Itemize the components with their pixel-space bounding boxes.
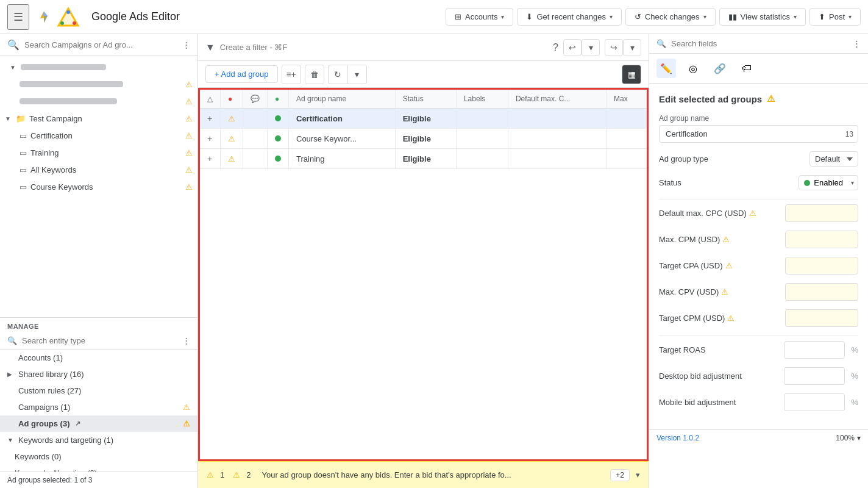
adgroup-type-select[interactable]: Default <box>809 151 858 167</box>
row-plus-2: + <box>200 129 221 149</box>
th-labels[interactable]: Labels <box>456 90 508 109</box>
manage-item-campaigns[interactable]: Campaigns (1) ⚠ <box>0 399 197 415</box>
notif-num-2: 2 <box>246 470 251 479</box>
account-row-1[interactable]: ▼ <box>0 59 197 76</box>
account-warn-2: ⚠ <box>185 97 193 106</box>
redo-chevron[interactable]: ▾ <box>623 39 641 56</box>
hamburger-menu[interactable]: ☰ <box>7 4 29 30</box>
accounts-button[interactable]: ⊞ Accounts ▾ <box>446 8 513 26</box>
main-layout: 🔍 ⋮ ▼ ⚠ ⚠ <box>0 34 868 488</box>
top-nav: ☰ Google Ads Editor ⊞ Accounts ▾ ⬇ Get r… <box>0 0 868 34</box>
th-status[interactable]: Status <box>395 90 456 109</box>
manage-item-keywords-neg[interactable]: Keywords, Negative (0) <box>0 465 197 472</box>
maxcpv-warn-icon: ⚠ <box>721 287 728 296</box>
tab-label[interactable]: 🏷 <box>737 59 756 78</box>
account-sub-2[interactable]: ⚠ <box>0 93 197 110</box>
check-changes-label: Check changes <box>645 12 700 21</box>
tab-edit[interactable]: ✏️ <box>656 59 676 78</box>
table-row[interactable]: + ⚠ Certification Eligible <box>200 109 647 129</box>
add-ad-group-button[interactable]: + Add ad group <box>205 65 278 83</box>
adgroup-training[interactable]: ▭ Training ⚠ <box>0 144 197 161</box>
table-header: △ ● 💬 ● Ad group name <box>200 90 647 109</box>
view-statistics-button[interactable]: ▮▮ View statistics ▾ <box>719 8 806 26</box>
table-row[interactable]: + ⚠ Course Keywor... Eligible <box>200 129 647 149</box>
sidebar-more-icon[interactable]: ⋮ <box>182 40 190 49</box>
manage-item-shared[interactable]: ▶ Shared library (16) <box>0 366 197 382</box>
test-campaign-row[interactable]: ▼ 📁 Test Campaign ⚠ <box>0 110 197 127</box>
columns-view-button[interactable]: ▦ <box>622 65 641 84</box>
zoom-selector[interactable]: 100% ▾ <box>836 434 861 442</box>
delete-button[interactable]: 🗑 <box>305 65 324 84</box>
account-sub-1[interactable]: ⚠ <box>0 76 197 93</box>
adgroups-ext-link: ↗ <box>75 420 80 428</box>
filter-help-icon[interactable]: ? <box>553 42 558 53</box>
adgroup-training-icon: ▭ <box>20 148 27 157</box>
row-comment-1 <box>243 109 268 129</box>
table-row[interactable]: + ⚠ Training Eligible <box>200 149 647 169</box>
get-recent-changes-button[interactable]: ⬇ Get recent changes ▾ <box>517 8 621 26</box>
keywords-expand-arrow: ▼ <box>7 437 15 443</box>
manage-item-adgroups[interactable]: Ad groups (3) ↗ ⚠ <box>0 415 197 432</box>
svg-point-3 <box>60 21 64 25</box>
undo-chevron[interactable]: ▾ <box>582 39 600 56</box>
th-sort[interactable]: △ <box>200 90 221 109</box>
bottom-status-bar: Ad groups selected: 1 of 3 <box>0 472 197 488</box>
th-error[interactable]: ● <box>221 90 243 109</box>
max-header-label: Max <box>614 95 628 103</box>
adgroup-allkeywords[interactable]: ▭ All Keywords ⚠ <box>0 161 197 178</box>
th-status-dot[interactable]: ● <box>268 90 289 109</box>
ad-groups-table-wrapper: △ ● 💬 ● Ad group name <box>198 88 649 461</box>
maxcpv-input[interactable] <box>785 283 858 301</box>
row-status-1: Eligible <box>395 109 456 129</box>
tab-target[interactable]: ◎ <box>683 59 703 78</box>
manage-accounts-label: Accounts (1) <box>18 353 63 362</box>
adgroup-name-input[interactable] <box>659 125 858 143</box>
add-ad-group-label: + Add ad group <box>215 70 269 79</box>
targetroas-pct: % <box>851 345 858 354</box>
targetcpm-label: Target CPM (USD) ⚠ <box>659 314 735 323</box>
manage-item-keywords[interactable]: ▼ Keywords and targeting (1) <box>0 432 197 448</box>
manage-item-keywords-0[interactable]: Keywords (0) <box>0 448 197 465</box>
undo-redo-group: ↩ ▾ <box>563 39 600 56</box>
manage-item-accounts[interactable]: Accounts (1) <box>0 350 197 366</box>
sidebar-search-input[interactable] <box>24 40 177 49</box>
targetroas-input[interactable] <box>784 341 845 359</box>
refresh-chevron[interactable]: ▾ <box>347 65 367 84</box>
redo-button[interactable]: ↪ <box>605 39 623 56</box>
th-adgroup-name[interactable]: Ad group name <box>289 90 396 109</box>
right-more-icon[interactable]: ⋮ <box>853 39 861 48</box>
check-changes-button[interactable]: ↺ Check changes ▾ <box>625 8 716 26</box>
tab-link[interactable]: 🔗 <box>710 59 730 78</box>
mobilebid-input[interactable] <box>784 393 845 411</box>
app-title: Google Ads Editor <box>91 10 180 23</box>
targetcpm-input[interactable] <box>785 309 858 327</box>
adgroup-certification[interactable]: ▭ Certification ⚠ <box>0 127 197 144</box>
notif-warn-2: ⚠ <box>233 470 240 479</box>
desktopbid-input[interactable] <box>784 367 845 385</box>
columns-button-2[interactable]: ≡+ <box>282 65 301 84</box>
notification-extra-count[interactable]: +2 <box>610 469 630 481</box>
field-default-max-cpc: Default max. CPC (USD) ⚠ <box>659 204 858 222</box>
row-comment-2 <box>243 129 268 149</box>
th-maxcpc[interactable]: Default max. C... <box>508 90 606 109</box>
manage-title: MANAGE <box>0 318 197 332</box>
notification-chevron[interactable]: ▾ <box>636 470 640 479</box>
row-comment-3 <box>243 149 268 169</box>
maxcpc-input[interactable] <box>785 204 858 222</box>
adgroup-coursekeywords[interactable]: ▭ Course Keywords ⚠ <box>0 178 197 195</box>
manage-more-icon[interactable]: ⋮ <box>182 336 190 345</box>
filter-input[interactable] <box>220 43 548 52</box>
targetcpa-input[interactable] <box>785 257 858 274</box>
undo-button[interactable]: ↩ <box>563 39 582 56</box>
post-button[interactable]: ⬆ Post ▾ <box>809 8 861 26</box>
adgroup-coursekw-icon: ▭ <box>20 182 27 192</box>
right-search-input[interactable] <box>671 39 848 48</box>
adgroup-training-warn: ⚠ <box>185 148 193 157</box>
desktopbid-input-group: % <box>784 367 858 385</box>
maxcpm-input[interactable] <box>785 231 858 248</box>
th-comment[interactable]: 💬 <box>243 90 268 109</box>
manage-item-custom[interactable]: Custom rules (27) <box>0 382 197 399</box>
manage-search-input[interactable] <box>22 336 177 345</box>
th-max[interactable]: Max <box>607 90 647 109</box>
refresh-button[interactable]: ↻ <box>328 65 347 84</box>
